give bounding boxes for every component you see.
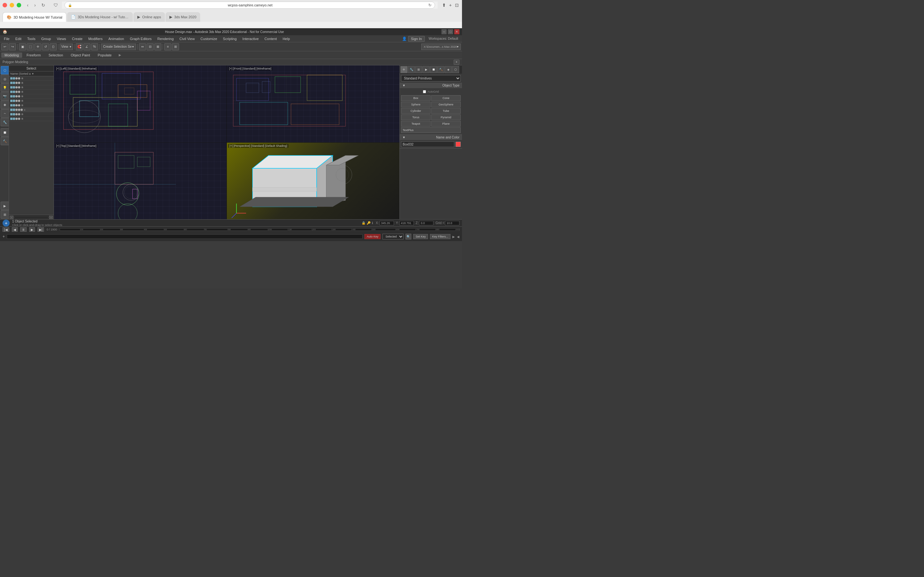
panel-tab-extra2[interactable]: ⬡ [452, 66, 459, 73]
grid-view-btn[interactable]: ⊞ [1, 210, 9, 219]
window-minimize-btn[interactable] [10, 3, 14, 7]
tab-selection[interactable]: Selection [45, 53, 66, 58]
shapes-btn[interactable]: ◎ [1, 75, 9, 83]
menu-item-group[interactable]: Group [39, 36, 53, 41]
obj-type-geosphere[interactable]: GeoSphere [431, 102, 461, 107]
list-item[interactable]: B [9, 99, 53, 103]
timeline-prev-btn[interactable]: |◀ [3, 227, 9, 232]
tab-populate[interactable]: Populate [94, 53, 115, 58]
camera-btn[interactable]: 📷 [1, 92, 9, 100]
snap-btn[interactable]: 🧲 [76, 43, 83, 50]
obj-type-cylinder[interactable]: Cylinder [401, 108, 431, 114]
lights-btn[interactable]: 💡 [1, 83, 9, 92]
sidebar-toggle-btn[interactable]: ⊡ [454, 2, 459, 8]
panel-tab-utilities[interactable]: 🔨 [437, 66, 444, 73]
panel-tab-motion[interactable]: ▶ [423, 66, 430, 73]
anim-key-bar[interactable] [7, 234, 363, 239]
create-selection-btn[interactable]: Create Selection Se ▾ [101, 44, 136, 50]
layer-btn[interactable]: ≡ [164, 43, 171, 50]
display-btn[interactable]: 🔲 [1, 128, 9, 137]
app-close-btn[interactable]: ✕ [454, 29, 459, 34]
refresh-icon[interactable]: ↻ [428, 3, 431, 7]
auto-key-btn[interactable]: Auto Key [365, 234, 381, 239]
mirror-btn[interactable]: ⇔ [139, 43, 146, 50]
window-close-btn[interactable] [3, 3, 7, 7]
poly-edit-btn[interactable]: ≡ [454, 60, 459, 65]
viewport-left[interactable]: [+] [Left] [Standard] [Wireframe] [54, 65, 226, 142]
redo-btn[interactable]: ↪ [9, 43, 16, 50]
obj-type-torus[interactable]: Torus [401, 114, 431, 120]
manage-layers-btn[interactable]: ⊞ [172, 43, 179, 50]
viewport-front[interactable]: [+] [Front] [Standard] [Wireframe] [227, 65, 399, 142]
menu-item-customize[interactable]: Customize [198, 36, 220, 41]
panel-tab-extra1[interactable]: ◈ [445, 66, 452, 73]
menu-item-scripting[interactable]: Scripting [220, 36, 239, 41]
object-type-header[interactable]: ▼ Object Type [400, 83, 462, 88]
tab-freeform[interactable]: Freeform [23, 53, 44, 58]
obj-type-teapot[interactable]: Teapot [401, 121, 431, 127]
menu-item-file[interactable]: File [1, 36, 12, 41]
obj-type-box[interactable]: Box [401, 95, 431, 101]
list-item[interactable]: B [9, 85, 53, 90]
object-name-input[interactable] [401, 141, 454, 147]
timeline-play-btn[interactable]: ▶ [29, 227, 35, 232]
new-tab-btn[interactable]: + [449, 2, 452, 8]
nav-refresh-btn[interactable]: ↻ [39, 2, 47, 8]
menu-item-content[interactable]: Content [262, 36, 279, 41]
panel-tab-display[interactable]: 🔲 [430, 66, 437, 73]
tab-online-apps[interactable]: ▶ Online apps [134, 12, 165, 22]
tab-3dsmax[interactable]: ▶ 3ds Max 2020 [166, 12, 200, 22]
viewport-perspective[interactable]: [+] [Perspective] [Standard] [Default Sh… [227, 143, 399, 219]
panel-tab-hierarchy[interactable]: ⊞ [415, 66, 422, 73]
list-item[interactable]: B [9, 81, 53, 85]
key-filters-btn[interactable]: Key Filters... [430, 234, 451, 239]
select-mode-btn[interactable]: ⬡ [1, 66, 9, 74]
snap-angle-btn[interactable]: ∠ [83, 43, 90, 50]
sign-in-btn[interactable]: Sign In [408, 36, 425, 42]
tab-3ds-modeling[interactable]: 📄 3Ds Modeling House - w/ Tutorial (MTV … [67, 12, 133, 22]
name-color-header[interactable]: ▼ Name and Color [400, 135, 462, 140]
app-restore-btn[interactable]: □ [448, 29, 453, 34]
selected-dropdown[interactable]: Selected [383, 234, 404, 239]
tab-modeling[interactable]: Modeling [1, 53, 22, 58]
list-item[interactable]: B [9, 90, 53, 94]
workspace-path-dropdown[interactable]: X:\Documen...s Max 2020 ▾ [421, 44, 461, 50]
obj-type-plane[interactable]: Plane [431, 121, 461, 127]
scale-btn[interactable]: ⟨⟩ [50, 43, 57, 50]
timeline-play-back-btn[interactable]: ◀ [12, 227, 18, 232]
search-btn[interactable]: 🔍 [405, 234, 411, 239]
list-item[interactable]: B [9, 76, 53, 81]
obj-type-cone[interactable]: Cone [431, 95, 461, 101]
menu-item-interactive[interactable]: Interactive [240, 36, 262, 41]
list-item[interactable]: B [9, 103, 53, 108]
menu-item-edit[interactable]: Edit [13, 36, 24, 41]
tab-object-paint[interactable]: Object Paint [68, 53, 94, 58]
menu-item-help[interactable]: Help [280, 36, 292, 41]
address-display[interactable]: wcpss-samphire.cameyo.net [73, 3, 427, 7]
share-btn[interactable]: ⬆ [441, 2, 447, 8]
play-anim-btn[interactable]: ▶ [1, 201, 9, 210]
select-btn[interactable]: ▣ [19, 43, 26, 50]
list-item[interactable]: c [9, 108, 53, 112]
timeline-pause-btn[interactable]: ⏸ [20, 227, 27, 232]
standard-primitives-dropdown[interactable]: Standard Primitives Extended Primitives [401, 75, 461, 81]
obj-type-pyramid[interactable]: Pyramid [431, 114, 461, 120]
obj-type-sphere[interactable]: Sphere [401, 102, 431, 107]
menu-item-views[interactable]: Views [54, 36, 69, 41]
menu-item-tools[interactable]: Tools [25, 36, 38, 41]
color-swatch[interactable] [456, 142, 461, 147]
timeline-next-btn[interactable]: ▶| [37, 227, 44, 232]
viewport-top[interactable]: [+] [Top] [Standard] [Wireframe] [54, 143, 226, 219]
panel-tab-modify[interactable]: 🔧 [408, 66, 415, 73]
list-item[interactable]: B [9, 94, 53, 99]
status-add-btn[interactable]: + [3, 219, 10, 227]
panel-tab-create[interactable]: ✛ [401, 66, 407, 73]
nav-forward-btn[interactable]: › [32, 2, 38, 8]
scroll-right-btn[interactable]: › [49, 216, 53, 219]
view-dropdown[interactable]: View ▾ [60, 44, 73, 50]
align2-btn[interactable]: ⊠ [154, 43, 162, 50]
nav-back-btn[interactable]: ‹ [25, 2, 31, 8]
obj-type-tube[interactable]: Tube [431, 108, 461, 114]
align-btn[interactable]: ⊟ [147, 43, 153, 50]
timeline-slider[interactable]: 100 200 300 400 500 600 700 800 900 1000… [60, 228, 459, 231]
